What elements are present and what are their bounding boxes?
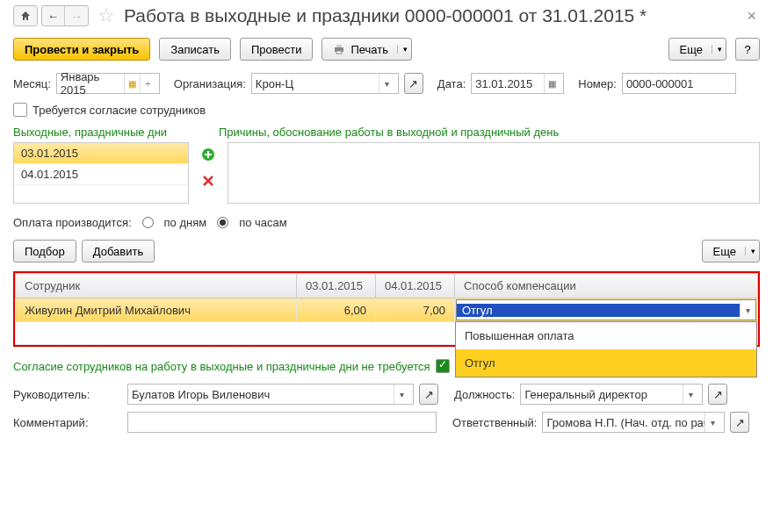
add-day-icon[interactable] bbox=[199, 146, 217, 163]
position-field[interactable]: Генеральный директор▾ bbox=[520, 384, 703, 405]
reason-header: Причины, обоснование работы в выходной и… bbox=[219, 126, 559, 139]
home-button[interactable] bbox=[13, 5, 38, 26]
employee-table: Сотрудник 03.01.2015 04.01.2015 Способ к… bbox=[13, 271, 760, 347]
month-label: Месяц: bbox=[13, 77, 51, 90]
day-row[interactable]: 04.01.2015 bbox=[14, 164, 188, 185]
consent-status-checkbox[interactable] bbox=[436, 359, 450, 373]
date-field[interactable]: 31.01.2015▦ bbox=[471, 73, 564, 94]
chevron-down-icon[interactable]: ▾ bbox=[379, 74, 394, 93]
comment-label: Комментарий: bbox=[13, 416, 122, 429]
consent-status: Согласие сотрудников на работу в выходны… bbox=[13, 360, 430, 373]
table-row[interactable]: Живулин Дмитрий Михайлович 6,00 7,00 Отг… bbox=[16, 298, 758, 322]
consent-checkbox[interactable] bbox=[13, 103, 27, 117]
col-compensation[interactable]: Способ компенсации bbox=[455, 274, 758, 298]
chevron-down-icon[interactable]: ▾ bbox=[683, 385, 698, 404]
forward-button[interactable]: → bbox=[65, 6, 88, 25]
compensation-value: Отгул bbox=[457, 304, 740, 317]
chevron-down-icon: ▾ bbox=[745, 247, 755, 255]
manager-field[interactable]: Булатов Игорь Виленович▾ bbox=[127, 384, 414, 405]
by-hours-label: по часам bbox=[239, 216, 287, 229]
consent-label: Требуется согласие сотрудников bbox=[33, 104, 206, 117]
select-button[interactable]: Подбор bbox=[13, 240, 76, 262]
page-title: Работа в выходные и праздники 0000-00000… bbox=[124, 5, 740, 26]
cell-d2[interactable]: 7,00 bbox=[376, 298, 455, 322]
responsible-field[interactable]: Громова Н.П. (Нач. отд. по работ▾ bbox=[542, 412, 725, 433]
responsible-open-button[interactable]: ↗ bbox=[730, 412, 749, 433]
chevron-down-icon[interactable]: ▾ bbox=[704, 413, 720, 432]
payment-label: Оплата производится: bbox=[13, 216, 132, 229]
back-button[interactable]: ← bbox=[42, 6, 65, 25]
by-days-label: по дням bbox=[164, 216, 207, 229]
table-more-button[interactable]: Еще▾ bbox=[702, 240, 760, 262]
manager-open-button[interactable]: ↗ bbox=[419, 384, 438, 405]
chevron-down-icon: ▾ bbox=[397, 45, 408, 54]
date-label: Дата: bbox=[437, 77, 466, 90]
svg-rect-1 bbox=[336, 45, 342, 47]
compensation-option[interactable]: Повышенная оплата bbox=[456, 322, 756, 349]
month-field[interactable]: Январь 2015▦÷ bbox=[56, 73, 160, 94]
calendar-icon[interactable]: ▦ bbox=[124, 74, 140, 93]
col-employee[interactable]: Сотрудник bbox=[16, 274, 297, 298]
responsible-label: Ответственный: bbox=[452, 416, 537, 429]
days-header: Выходные, праздничные дни bbox=[13, 126, 213, 139]
comment-field[interactable] bbox=[127, 412, 437, 433]
reason-textarea[interactable] bbox=[228, 142, 760, 204]
close-icon[interactable]: × bbox=[743, 7, 760, 25]
print-label: Печать bbox=[350, 43, 388, 56]
col-date1[interactable]: 03.01.2015 bbox=[297, 274, 376, 298]
days-list[interactable]: 03.01.2015 04.01.2015 bbox=[13, 142, 189, 204]
calendar-icon[interactable]: ▦ bbox=[544, 74, 560, 93]
cell-compensation[interactable]: Отгул ▾ Повышенная оплата Отгул bbox=[455, 298, 758, 322]
org-open-button[interactable]: ↗ bbox=[404, 73, 423, 94]
printer-icon bbox=[333, 44, 345, 54]
print-button[interactable]: Печать ▾ bbox=[321, 38, 412, 61]
manager-label: Руководитель: bbox=[13, 388, 122, 401]
remove-day-icon[interactable] bbox=[199, 172, 217, 190]
number-label: Номер: bbox=[578, 77, 617, 90]
compensation-select[interactable]: Отгул ▾ bbox=[456, 299, 756, 320]
cell-employee[interactable]: Живулин Дмитрий Михайлович bbox=[16, 298, 297, 322]
org-field[interactable]: Крон-Ц▾ bbox=[251, 73, 399, 94]
favorite-star-icon[interactable]: ☆ bbox=[98, 4, 115, 27]
svg-rect-2 bbox=[336, 51, 342, 54]
post-button[interactable]: Провести bbox=[240, 38, 314, 61]
nav-back-forward: ← → bbox=[41, 5, 89, 26]
chevron-down-icon[interactable]: ▾ bbox=[394, 385, 409, 404]
stepper-icon[interactable]: ÷ bbox=[140, 74, 155, 93]
org-label: Организация: bbox=[174, 77, 246, 90]
chevron-down-icon: ▾ bbox=[712, 45, 722, 54]
day-row[interactable]: 03.01.2015 bbox=[14, 143, 188, 164]
more-button[interactable]: Еще▾ bbox=[668, 38, 726, 61]
radio-by-days[interactable] bbox=[142, 217, 154, 228]
position-label: Должность: bbox=[454, 388, 515, 401]
number-field[interactable]: 0000-000001 bbox=[622, 73, 736, 94]
add-button[interactable]: Добавить bbox=[82, 240, 155, 262]
help-button[interactable]: ? bbox=[735, 38, 760, 61]
chevron-down-icon[interactable]: ▾ bbox=[740, 300, 755, 320]
col-date2[interactable]: 04.01.2015 bbox=[376, 274, 455, 298]
radio-by-hours[interactable] bbox=[217, 217, 228, 228]
post-and-close-button[interactable]: Провести и закрыть bbox=[13, 38, 150, 61]
compensation-option[interactable]: Отгул bbox=[456, 349, 756, 377]
save-button[interactable]: Записать bbox=[159, 38, 231, 61]
cell-d1[interactable]: 6,00 bbox=[297, 298, 376, 322]
position-open-button[interactable]: ↗ bbox=[708, 384, 727, 405]
compensation-dropdown: Повышенная оплата Отгул bbox=[455, 321, 757, 377]
